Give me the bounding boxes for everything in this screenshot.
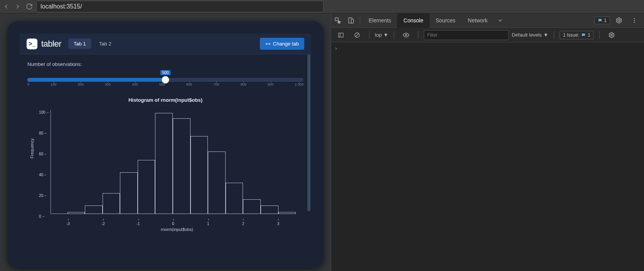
clear-console-icon[interactable] — [351, 28, 364, 42]
devtools-tab-sources[interactable]: Sources — [430, 13, 462, 28]
viewport-pane: >_ tabler Tab 1 Tab 2 Change tab — [0, 13, 331, 271]
live-expression-icon[interactable] — [400, 28, 413, 42]
slider-tick: 700 — [213, 82, 219, 86]
issues-badge[interactable]: 1 Issue: 1 — [560, 31, 594, 39]
slider-tick: 600 — [186, 82, 192, 86]
change-tab-button[interactable]: Change tab — [260, 38, 304, 50]
issues-label: 1 Issue: — [563, 32, 579, 38]
app-body: Number of observations: 500 010020030040… — [20, 54, 311, 256]
devtools-panel: Elements Console Sources Network 1 — [331, 13, 644, 271]
chart-xtick: 3 — [277, 222, 280, 226]
app-logo[interactable]: >_ tabler — [27, 39, 61, 49]
levels-label: Default levels — [512, 32, 542, 38]
svg-point-3 — [618, 20, 620, 22]
chart-xtick: 1 — [207, 222, 209, 226]
change-tab-label: Change tab — [273, 41, 299, 47]
more-tabs-icon[interactable] — [494, 13, 507, 28]
devtools-tab-console[interactable]: Console — [397, 13, 429, 28]
console-prompt-icon: › — [335, 45, 337, 51]
svg-point-11 — [405, 34, 407, 36]
chart-ytick: 80 — [39, 131, 43, 135]
devtools-settings-icon[interactable] — [612, 13, 625, 28]
slider-tick: 800 — [241, 82, 246, 86]
chart-xtick: 2 — [242, 222, 244, 226]
issues-count: 1 — [588, 32, 590, 38]
slider-ticks: 01002003004005006007008009001 000 — [27, 82, 303, 86]
histogram-bar — [173, 118, 191, 214]
chevron-down-icon: ▼ — [383, 32, 388, 38]
url-input[interactable] — [36, 1, 324, 12]
chart-ytick: 40 — [39, 173, 43, 177]
chart-bars — [51, 110, 296, 214]
console-output[interactable]: › — [331, 42, 644, 271]
chart-ytick: 60 — [39, 152, 43, 156]
histogram-bar — [103, 193, 120, 214]
chart-ytick: 0 — [39, 214, 41, 219]
device-frame: >_ tabler Tab 1 Tab 2 Change tab — [7, 21, 324, 268]
svg-point-6 — [634, 22, 635, 23]
devtools-tab-network[interactable]: Network — [462, 13, 494, 28]
console-filter-input[interactable] — [424, 30, 509, 40]
messages-badge[interactable]: 1 — [594, 17, 610, 24]
app-scrollbar-thumb[interactable] — [307, 54, 310, 211]
histogram-bar — [67, 212, 85, 214]
histogram-bar — [120, 172, 138, 214]
svg-rect-2 — [351, 19, 354, 23]
console-settings-icon[interactable] — [605, 28, 618, 42]
histogram-bar — [155, 113, 173, 214]
sidebar-toggle-icon[interactable] — [334, 28, 347, 42]
inspect-icon[interactable] — [331, 13, 344, 28]
histogram-bar — [261, 205, 278, 214]
swap-icon — [265, 41, 271, 47]
slider-label: Number of observations: — [27, 61, 303, 67]
nav-back-button[interactable] — [2, 2, 11, 11]
slider-fill — [27, 78, 165, 82]
slider-tick: 400 — [132, 82, 138, 86]
chevron-down-icon: ▼ — [543, 32, 548, 38]
svg-point-4 — [634, 18, 635, 19]
terminal-icon: >_ — [27, 39, 37, 49]
chart-ytick: 20 — [39, 194, 43, 198]
histogram-bar — [278, 212, 296, 214]
histogram-bar — [243, 199, 261, 214]
svg-rect-0 — [335, 18, 338, 21]
chart-xlabel: rnorm(input$obs) — [51, 227, 303, 232]
chart-title: Histogram of rnorm(input$obs) — [27, 97, 303, 103]
tab-1[interactable]: Tab 1 — [68, 39, 91, 49]
nav-forward-button[interactable] — [13, 2, 22, 11]
tab-2[interactable]: Tab 2 — [94, 39, 117, 49]
devtools-menu-icon[interactable] — [628, 13, 641, 28]
app-surface: >_ tabler Tab 1 Tab 2 Change tab — [20, 34, 311, 256]
app-header: >_ tabler Tab 1 Tab 2 Change tab — [20, 34, 311, 54]
devtools-tab-elements[interactable]: Elements — [362, 13, 397, 28]
chart-xtick: -2 — [101, 222, 105, 226]
slider-tick: 200 — [78, 82, 84, 86]
chart-xtick: 0 — [172, 222, 174, 226]
brand-text: tabler — [41, 39, 61, 49]
device-toggle-icon[interactable] — [344, 13, 357, 28]
log-levels-selector[interactable]: Default levels ▼ — [512, 32, 548, 38]
slider-value-badge: 500 — [160, 70, 171, 75]
histogram-bar — [191, 136, 208, 214]
app-scrollbar[interactable] — [307, 54, 310, 256]
slider-tick: 0 — [27, 82, 29, 86]
slider-tick: 1 000 — [295, 82, 303, 86]
slider-tick: 900 — [268, 82, 273, 86]
context-label: top — [375, 32, 382, 38]
chart-xtick: -1 — [137, 222, 140, 226]
slider-tick: 300 — [105, 82, 111, 86]
message-icon — [581, 33, 586, 37]
devtools-tabbar: Elements Console Sources Network 1 — [331, 13, 644, 28]
slider-tick: 500 — [159, 82, 165, 86]
histogram-chart: Histogram of rnorm(input$obs) Frequency … — [27, 97, 303, 232]
context-selector[interactable]: top ▼ — [375, 32, 388, 38]
histogram-bar — [85, 205, 103, 214]
histogram-bar — [208, 151, 226, 214]
histogram-bar — [226, 183, 243, 214]
observations-slider[interactable]: 500 01002003004005006007008009001 000 — [27, 71, 303, 90]
chart-ytick: 100 — [39, 110, 46, 114]
nav-reload-button[interactable] — [25, 2, 34, 11]
svg-rect-7 — [339, 33, 343, 37]
chart-ylabel: Frequency — [30, 138, 34, 158]
chart-xtick: -3 — [66, 222, 70, 226]
